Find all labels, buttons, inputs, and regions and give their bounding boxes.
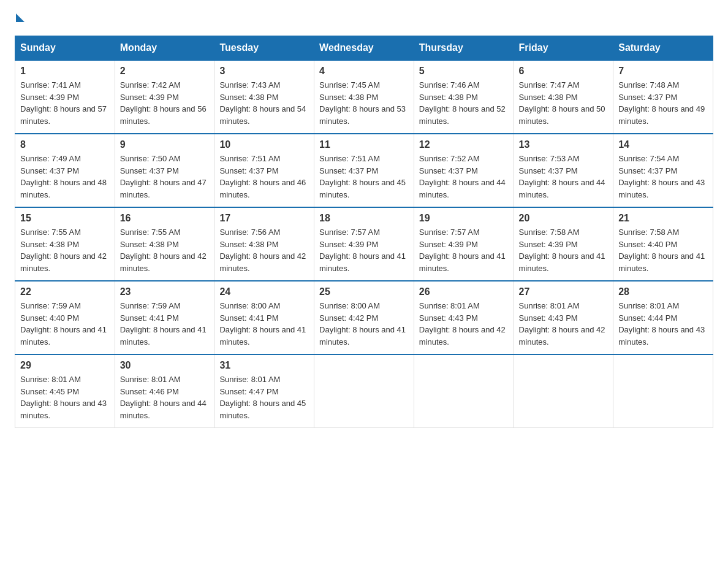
day-number: 12 <box>419 139 509 150</box>
calendar-cell: 20 Sunrise: 7:58 AMSunset: 4:39 PMDaylig… <box>514 207 613 281</box>
day-info: Sunrise: 7:57 AMSunset: 4:39 PMDaylight:… <box>419 228 506 273</box>
day-number: 10 <box>219 139 309 150</box>
logo <box>15 15 25 23</box>
week-row-5: 29 Sunrise: 8:01 AMSunset: 4:45 PMDaylig… <box>15 354 713 428</box>
day-info: Sunrise: 7:59 AMSunset: 4:40 PMDaylight:… <box>20 301 107 347</box>
calendar-cell <box>613 354 713 428</box>
header-saturday: Saturday <box>613 36 713 61</box>
day-info: Sunrise: 7:43 AMSunset: 4:38 PMDaylight:… <box>219 80 306 126</box>
day-number: 2 <box>120 66 210 77</box>
calendar-cell: 2 Sunrise: 7:42 AMSunset: 4:39 PMDayligh… <box>115 60 214 134</box>
page-header <box>15 15 713 23</box>
day-number: 28 <box>618 286 708 297</box>
day-number: 31 <box>219 360 309 371</box>
calendar-cell: 13 Sunrise: 7:53 AMSunset: 4:37 PMDaylig… <box>514 134 613 207</box>
day-number: 26 <box>419 286 509 297</box>
calendar-cell: 31 Sunrise: 8:01 AMSunset: 4:47 PMDaylig… <box>214 354 314 428</box>
day-info: Sunrise: 7:42 AMSunset: 4:39 PMDaylight:… <box>120 80 207 126</box>
day-info: Sunrise: 7:41 AMSunset: 4:39 PMDaylight:… <box>20 80 107 126</box>
day-info: Sunrise: 7:51 AMSunset: 4:37 PMDaylight:… <box>219 154 306 199</box>
calendar-cell: 9 Sunrise: 7:50 AMSunset: 4:37 PMDayligh… <box>115 134 214 207</box>
day-number: 16 <box>120 213 210 224</box>
day-info: Sunrise: 7:55 AMSunset: 4:38 PMDaylight:… <box>120 228 207 273</box>
calendar-cell: 5 Sunrise: 7:46 AMSunset: 4:38 PMDayligh… <box>414 60 514 134</box>
calendar-cell: 7 Sunrise: 7:48 AMSunset: 4:37 PMDayligh… <box>613 60 713 134</box>
day-number: 29 <box>20 360 110 371</box>
calendar-table: SundayMondayTuesdayWednesdayThursdayFrid… <box>15 36 713 428</box>
day-info: Sunrise: 7:58 AMSunset: 4:39 PMDaylight:… <box>519 228 605 273</box>
day-number: 1 <box>20 66 110 77</box>
calendar-cell: 28 Sunrise: 8:01 AMSunset: 4:44 PMDaylig… <box>613 281 713 354</box>
calendar-cell: 23 Sunrise: 7:59 AMSunset: 4:41 PMDaylig… <box>115 281 214 354</box>
day-info: Sunrise: 7:51 AMSunset: 4:37 PMDaylight:… <box>319 154 406 199</box>
day-number: 11 <box>319 139 409 150</box>
calendar-body: 1 Sunrise: 7:41 AMSunset: 4:39 PMDayligh… <box>15 60 713 428</box>
day-number: 20 <box>519 213 609 224</box>
week-row-2: 8 Sunrise: 7:49 AMSunset: 4:37 PMDayligh… <box>15 134 713 207</box>
calendar-cell: 11 Sunrise: 7:51 AMSunset: 4:37 PMDaylig… <box>314 134 414 207</box>
day-info: Sunrise: 8:01 AMSunset: 4:44 PMDaylight:… <box>618 301 705 347</box>
day-info: Sunrise: 7:58 AMSunset: 4:40 PMDaylight:… <box>618 228 705 273</box>
day-number: 13 <box>519 139 609 150</box>
calendar-cell: 3 Sunrise: 7:43 AMSunset: 4:38 PMDayligh… <box>214 60 314 134</box>
header-sunday: Sunday <box>15 36 115 61</box>
header-thursday: Thursday <box>414 36 514 61</box>
header-tuesday: Tuesday <box>214 36 314 61</box>
day-info: Sunrise: 7:56 AMSunset: 4:38 PMDaylight:… <box>219 228 306 273</box>
calendar-cell: 15 Sunrise: 7:55 AMSunset: 4:38 PMDaylig… <box>15 207 115 281</box>
day-number: 3 <box>219 66 309 77</box>
calendar-cell: 14 Sunrise: 7:54 AMSunset: 4:37 PMDaylig… <box>613 134 713 207</box>
day-info: Sunrise: 7:48 AMSunset: 4:37 PMDaylight:… <box>618 80 705 126</box>
header-wednesday: Wednesday <box>314 36 414 61</box>
logo-arrow-icon <box>16 13 25 22</box>
calendar-cell: 10 Sunrise: 7:51 AMSunset: 4:37 PMDaylig… <box>214 134 314 207</box>
day-number: 27 <box>519 286 609 297</box>
day-info: Sunrise: 7:50 AMSunset: 4:37 PMDaylight:… <box>120 154 207 199</box>
week-row-3: 15 Sunrise: 7:55 AMSunset: 4:38 PMDaylig… <box>15 207 713 281</box>
day-info: Sunrise: 7:52 AMSunset: 4:37 PMDaylight:… <box>419 154 506 199</box>
calendar-cell: 12 Sunrise: 7:52 AMSunset: 4:37 PMDaylig… <box>414 134 514 207</box>
calendar-cell <box>514 354 613 428</box>
day-info: Sunrise: 8:00 AMSunset: 4:41 PMDaylight:… <box>219 301 306 347</box>
calendar-cell: 16 Sunrise: 7:55 AMSunset: 4:38 PMDaylig… <box>115 207 214 281</box>
week-row-4: 22 Sunrise: 7:59 AMSunset: 4:40 PMDaylig… <box>15 281 713 354</box>
header-friday: Friday <box>514 36 613 61</box>
day-info: Sunrise: 7:55 AMSunset: 4:38 PMDaylight:… <box>20 228 107 273</box>
day-info: Sunrise: 7:49 AMSunset: 4:37 PMDaylight:… <box>20 154 107 199</box>
day-info: Sunrise: 8:01 AMSunset: 4:43 PMDaylight:… <box>419 301 506 347</box>
calendar-cell: 26 Sunrise: 8:01 AMSunset: 4:43 PMDaylig… <box>414 281 514 354</box>
day-number: 14 <box>618 139 708 150</box>
day-number: 19 <box>419 213 509 224</box>
day-number: 6 <box>519 66 609 77</box>
calendar-cell: 21 Sunrise: 7:58 AMSunset: 4:40 PMDaylig… <box>613 207 713 281</box>
day-info: Sunrise: 7:57 AMSunset: 4:39 PMDaylight:… <box>319 228 406 273</box>
day-info: Sunrise: 7:59 AMSunset: 4:41 PMDaylight:… <box>120 301 207 347</box>
day-number: 18 <box>319 213 409 224</box>
calendar-header: SundayMondayTuesdayWednesdayThursdayFrid… <box>15 36 713 61</box>
day-info: Sunrise: 7:54 AMSunset: 4:37 PMDaylight:… <box>618 154 705 199</box>
calendar-cell: 18 Sunrise: 7:57 AMSunset: 4:39 PMDaylig… <box>314 207 414 281</box>
day-number: 7 <box>618 66 708 77</box>
day-number: 30 <box>120 360 210 371</box>
calendar-cell: 24 Sunrise: 8:00 AMSunset: 4:41 PMDaylig… <box>214 281 314 354</box>
day-number: 8 <box>20 139 110 150</box>
calendar-cell: 30 Sunrise: 8:01 AMSunset: 4:46 PMDaylig… <box>115 354 214 428</box>
day-info: Sunrise: 7:46 AMSunset: 4:38 PMDaylight:… <box>419 80 506 126</box>
day-info: Sunrise: 8:01 AMSunset: 4:45 PMDaylight:… <box>20 375 107 420</box>
calendar-cell <box>414 354 514 428</box>
day-info: Sunrise: 8:00 AMSunset: 4:42 PMDaylight:… <box>319 301 406 347</box>
calendar-cell: 6 Sunrise: 7:47 AMSunset: 4:38 PMDayligh… <box>514 60 613 134</box>
day-number: 5 <box>419 66 509 77</box>
day-info: Sunrise: 7:45 AMSunset: 4:38 PMDaylight:… <box>319 80 406 126</box>
day-number: 4 <box>319 66 409 77</box>
day-number: 24 <box>219 286 309 297</box>
day-number: 22 <box>20 286 110 297</box>
day-info: Sunrise: 7:53 AMSunset: 4:37 PMDaylight:… <box>519 154 605 199</box>
day-info: Sunrise: 8:01 AMSunset: 4:47 PMDaylight:… <box>219 375 306 420</box>
week-row-1: 1 Sunrise: 7:41 AMSunset: 4:39 PMDayligh… <box>15 60 713 134</box>
calendar-cell: 19 Sunrise: 7:57 AMSunset: 4:39 PMDaylig… <box>414 207 514 281</box>
day-info: Sunrise: 7:47 AMSunset: 4:38 PMDaylight:… <box>519 80 605 126</box>
header-row: SundayMondayTuesdayWednesdayThursdayFrid… <box>15 36 713 61</box>
calendar-cell: 4 Sunrise: 7:45 AMSunset: 4:38 PMDayligh… <box>314 60 414 134</box>
calendar-cell: 17 Sunrise: 7:56 AMSunset: 4:38 PMDaylig… <box>214 207 314 281</box>
